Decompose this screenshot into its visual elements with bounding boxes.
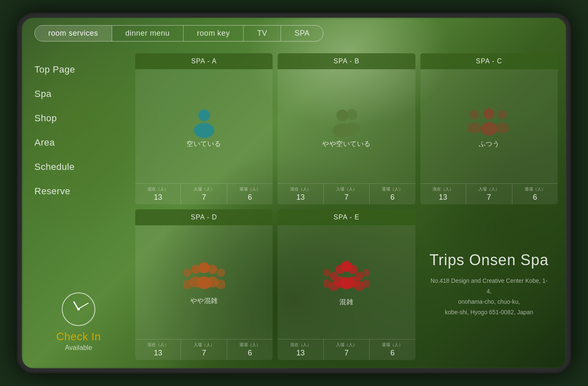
nav-item-room-key[interactable]: room key xyxy=(184,26,244,41)
spa-b-body: やや空いている xyxy=(278,69,415,183)
clock-icon xyxy=(62,292,95,326)
svg-point-9 xyxy=(496,123,509,133)
svg-point-5 xyxy=(333,123,352,138)
spa-e-label-entry: 入場（人） xyxy=(326,342,368,348)
spa-d-body: やや混雑 xyxy=(135,225,273,339)
spa-b-value-exit: 6 xyxy=(390,193,394,201)
nav-item-spa[interactable]: SPA xyxy=(281,26,323,41)
sidebar: Top Page Spa Shop Area Schedule Reserve … xyxy=(30,49,127,360)
spa-b-stat-exit: 退場（人） 6 xyxy=(370,184,415,204)
spa-c-value-entry: 7 xyxy=(487,193,491,201)
svg-point-35 xyxy=(339,277,354,289)
svg-point-21 xyxy=(197,276,212,289)
spa-e-icon xyxy=(323,260,370,298)
tablet-screen: room services dinner menu room key TV SP… xyxy=(22,18,566,368)
svg-point-2 xyxy=(346,109,357,120)
spa-a-stat-entry: 入場（人） 7 xyxy=(181,184,227,204)
spa-e-value-exit: 6 xyxy=(390,349,394,357)
spa-b-status: やや空いている xyxy=(322,140,371,149)
spa-d-value-exit: 6 xyxy=(248,349,252,357)
spa-c-header: SPA - C xyxy=(420,53,558,69)
spa-c-label-entry: 入場（人） xyxy=(468,186,510,192)
spa-c-value-exit: 6 xyxy=(533,193,537,201)
spa-e-header: SPA - E xyxy=(278,209,415,225)
svg-point-34 xyxy=(341,261,352,272)
spa-c-icon xyxy=(468,106,510,140)
spa-row-2: SPA - D xyxy=(135,209,558,360)
svg-point-10 xyxy=(483,108,494,119)
spa-card-d[interactable]: SPA - D xyxy=(135,209,273,360)
spa-d-value-entry: 7 xyxy=(202,349,206,357)
sidebar-item-top-page[interactable]: Top Page xyxy=(30,57,127,82)
top-navigation: room services dinner menu room key TV SP… xyxy=(22,18,566,49)
spa-b-stat-entry: 入場（人） 7 xyxy=(324,184,370,204)
nav-pill: room services dinner menu room key TV SP… xyxy=(34,25,323,42)
spa-a-status: 空いている xyxy=(186,140,221,149)
info-address-line1: No.418 Design and Creative Center Kobe, … xyxy=(430,277,548,295)
spa-card-e[interactable]: SPA - E xyxy=(278,209,415,360)
spa-c-status: ふつう xyxy=(479,140,500,149)
clock-center-dot xyxy=(77,308,80,310)
svg-point-4 xyxy=(336,110,348,121)
main-body: Top Page Spa Shop Area Schedule Reserve … xyxy=(22,49,566,368)
spa-a-body: 空いている xyxy=(135,69,273,183)
content-layer: room services dinner menu room key TV SP… xyxy=(22,18,566,368)
spa-c-value-current: 13 xyxy=(439,193,447,201)
svg-point-12 xyxy=(183,269,192,277)
spa-b-value-entry: 7 xyxy=(344,193,349,201)
spa-card-c[interactable]: SPA - C xyxy=(420,53,558,204)
sidebar-item-reserve[interactable]: Reserve xyxy=(30,179,127,203)
svg-point-22 xyxy=(323,269,331,276)
clock-hand-minute xyxy=(78,303,89,309)
spa-b-stats: 混在（人） 13 入場（人） 7 退場（人） 6 xyxy=(278,183,415,204)
svg-point-8 xyxy=(498,110,507,119)
info-address-line3: kobe-shi, Hyogo 651-0082, Japan xyxy=(445,309,533,316)
spa-e-stat-exit: 退場（人） 6 xyxy=(370,339,415,360)
spa-card-b[interactable]: SPA - B やや空いている xyxy=(278,53,415,204)
spa-a-value-exit: 6 xyxy=(248,193,252,201)
spa-e-stat-current: 混在（人） 13 xyxy=(278,339,323,360)
nav-item-dinner-menu[interactable]: dinner menu xyxy=(112,26,184,41)
svg-point-24 xyxy=(362,269,370,276)
info-address-line2: onohama-cho, chuo-ku, xyxy=(458,298,520,305)
spa-b-label-entry: 入場（人） xyxy=(326,186,368,192)
tablet-frame: room services dinner menu room key TV SP… xyxy=(17,13,571,373)
sidebar-item-schedule[interactable]: Schedule xyxy=(30,155,127,179)
check-in-label: Check In xyxy=(56,330,101,343)
svg-point-14 xyxy=(217,269,225,277)
svg-point-0 xyxy=(198,110,210,121)
svg-point-11 xyxy=(480,122,497,136)
svg-point-6 xyxy=(470,110,479,119)
spa-b-header: SPA - B xyxy=(278,53,415,69)
spa-grid-container: SPA - A 空いている 混在（人） xyxy=(135,49,558,360)
spa-d-status: やや混雑 xyxy=(190,297,218,305)
spa-e-label-exit: 退場（人） xyxy=(371,342,413,348)
spa-d-label-exit: 退場（人） xyxy=(229,342,271,348)
svg-point-1 xyxy=(194,123,214,138)
spa-e-label-current: 混在（人） xyxy=(279,342,321,348)
spa-c-stat-current: 混在（人） 13 xyxy=(420,184,466,204)
spa-b-stat-current: 混在（人） 13 xyxy=(278,184,323,204)
spa-e-status: 混雑 xyxy=(339,298,353,307)
spa-b-label-exit: 退場（人） xyxy=(371,186,413,192)
nav-item-tv[interactable]: TV xyxy=(244,26,281,41)
available-label: Available xyxy=(65,344,92,352)
spa-row-1: SPA - A 空いている 混在（人） xyxy=(135,53,558,204)
sidebar-item-spa[interactable]: Spa xyxy=(30,82,127,106)
spa-d-header: SPA - D xyxy=(135,209,273,225)
spa-card-a[interactable]: SPA - A 空いている 混在（人） xyxy=(135,53,273,204)
info-panel: Trips Onsen Spa No.418 Design and Creati… xyxy=(420,209,558,360)
spa-b-icon xyxy=(328,106,365,140)
spa-c-body: ふつう xyxy=(420,69,558,183)
spa-a-label-current: 混在（人） xyxy=(137,186,179,192)
nav-item-room-services[interactable]: room services xyxy=(35,26,112,41)
spa-d-stat-exit: 退場（人） 6 xyxy=(227,339,273,360)
sidebar-item-shop[interactable]: Shop xyxy=(30,106,127,130)
spa-c-stats: 混在（人） 13 入場（人） 7 退場（人） 6 xyxy=(420,183,558,204)
spa-c-stat-exit: 退場（人） 6 xyxy=(512,184,558,204)
spa-b-label-current: 混在（人） xyxy=(279,186,321,192)
spa-c-label-exit: 退場（人） xyxy=(514,186,556,192)
spa-a-stat-current: 混在（人） 13 xyxy=(135,184,181,204)
sidebar-item-area[interactable]: Area xyxy=(30,130,127,155)
spa-a-icon xyxy=(187,106,221,140)
